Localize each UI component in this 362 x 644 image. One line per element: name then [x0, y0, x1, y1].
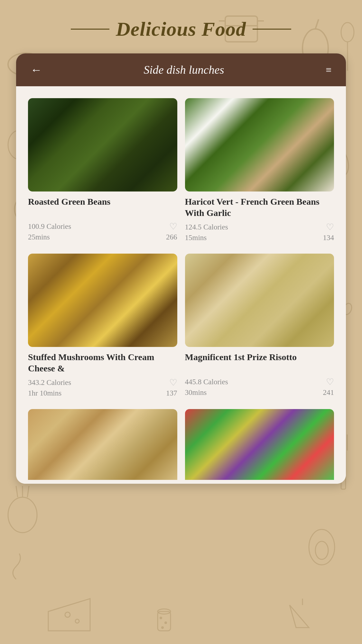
- svg-line-17: [16, 486, 18, 497]
- recipe-image-roasted-green-beans: [28, 98, 177, 191]
- recipe-image-partial-pasta: [28, 409, 177, 480]
- recipe-card-roasted-green-beans[interactable]: Roasted Green Beans 100.9 Calories ♡ 25m…: [24, 94, 181, 250]
- recipe-title-4: Magnificent 1st Prize Risotto: [185, 351, 334, 373]
- recipe-time-1: 25mins: [28, 233, 50, 241]
- recipe-time-4: 30mins: [185, 388, 207, 397]
- recipe-image-haricot-vert: [185, 98, 334, 191]
- recipe-image-risotto: [185, 254, 334, 347]
- recipe-card-haricot-vert[interactable]: Haricot Vert - French Green Beans With G…: [181, 94, 338, 250]
- svg-line-19: [27, 486, 29, 497]
- recipe-meta-3: 343.2 Calories ♡: [28, 377, 177, 388]
- svg-marker-28: [48, 599, 90, 631]
- recipe-time-3: 1hr 10mins: [28, 389, 61, 397]
- recipe-likes-1: 266: [166, 233, 177, 241]
- recipe-card-stuffed-mushrooms[interactable]: Stuffed Mushrooms With Cream Cheese & 34…: [24, 250, 181, 405]
- title-line-right: [253, 29, 291, 30]
- filter-button[interactable]: ≡: [326, 64, 331, 76]
- heart-icon-1[interactable]: ♡: [169, 221, 177, 232]
- recipe-meta-4: 445.8 Calories ♡: [185, 377, 334, 387]
- recipe-time-row-4: 30mins 241: [185, 388, 334, 397]
- back-button[interactable]: ←: [31, 64, 42, 76]
- recipe-time-row-3: 1hr 10mins 137: [28, 389, 177, 397]
- svg-point-30: [75, 619, 79, 623]
- svg-point-25: [315, 541, 328, 559]
- recipe-image-partial-salad: [185, 409, 334, 480]
- recipe-likes-4: 241: [323, 388, 334, 397]
- svg-point-29: [65, 612, 70, 617]
- recipe-time-2: 15mins: [185, 234, 207, 242]
- recipe-time-row-2: 15mins 134: [185, 234, 334, 242]
- recipe-card-partial-salad[interactable]: [181, 405, 338, 484]
- recipe-likes-2: 134: [323, 234, 334, 242]
- recipes-grid: Roasted Green Beans 100.9 Calories ♡ 25m…: [16, 86, 346, 405]
- recipe-calories-2: 124.5 Calories: [185, 223, 228, 231]
- heart-icon-4[interactable]: ♡: [326, 377, 334, 387]
- svg-point-35: [164, 621, 167, 624]
- title-line-left: [71, 29, 109, 30]
- card-header: ← Side dish lunches ≡: [16, 53, 346, 86]
- svg-point-36: [161, 626, 164, 629]
- app-card: ← Side dish lunches ≡ Roasted Green Bean…: [16, 53, 346, 484]
- recipe-time-row-1: 25mins 266: [28, 233, 177, 241]
- recipe-calories-1: 100.9 Calories: [28, 222, 71, 231]
- recipe-calories-3: 343.2 Calories: [28, 378, 71, 387]
- recipe-card-partial-pasta[interactable]: [24, 405, 181, 484]
- recipe-title-2: Haricot Vert - French Green Beans With G…: [185, 196, 334, 219]
- recipe-card-risotto[interactable]: Magnificent 1st Prize Risotto 445.8 Calo…: [181, 250, 338, 405]
- page-title: Delicious Food: [116, 18, 246, 41]
- recipe-likes-3: 137: [166, 389, 177, 397]
- recipe-meta-2: 124.5 Calories ♡: [185, 222, 334, 232]
- recipe-image-stuffed-mushrooms: [28, 254, 177, 347]
- recipe-title-3: Stuffed Mushrooms With Cream Cheese &: [28, 351, 177, 374]
- recipe-title-1: Roasted Green Beans: [28, 196, 177, 218]
- header-title: Side dish lunches: [144, 63, 224, 77]
- svg-point-34: [160, 617, 162, 619]
- recipe-calories-4: 445.8 Calories: [185, 378, 228, 386]
- heart-icon-2[interactable]: ♡: [326, 222, 334, 232]
- recipe-meta-1: 100.9 Calories ♡: [28, 221, 177, 232]
- svg-point-16: [8, 497, 37, 533]
- bottom-partial-cards: [16, 405, 346, 484]
- heart-icon-3[interactable]: ♡: [169, 377, 177, 388]
- page-title-area: Delicious Food: [0, 0, 362, 53]
